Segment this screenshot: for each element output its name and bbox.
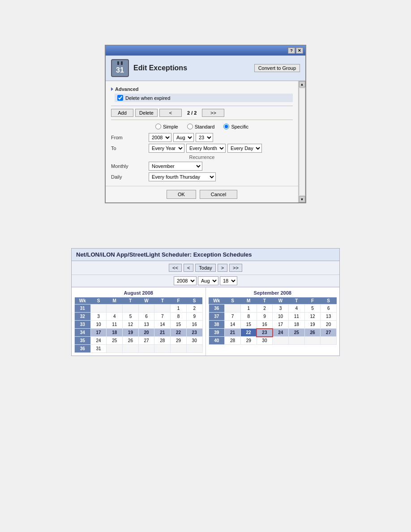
list-item[interactable]: 6 xyxy=(321,305,337,313)
list-item[interactable]: 26 xyxy=(304,329,321,337)
list-item[interactable]: 17 xyxy=(90,329,107,337)
scrollbar[interactable]: ▲ ▼ xyxy=(298,81,305,202)
list-item[interactable]: 23 xyxy=(186,329,202,337)
list-item[interactable]: 25 xyxy=(107,337,123,345)
list-item[interactable]: 6 xyxy=(138,313,154,321)
scroll-down-button[interactable]: ▼ xyxy=(299,196,305,202)
list-item[interactable]: 28 xyxy=(154,337,171,345)
scroll-track[interactable] xyxy=(299,88,305,196)
prev-button[interactable]: < xyxy=(159,109,182,117)
list-item[interactable]: 13 xyxy=(138,321,154,329)
list-item[interactable]: 17 xyxy=(273,321,289,329)
to-day-select[interactable]: Every Day xyxy=(227,144,262,153)
daily-select[interactable]: Every fourth Thursday xyxy=(149,172,216,181)
list-item[interactable]: 24 xyxy=(273,329,289,337)
cal-prev-button[interactable]: < xyxy=(184,264,193,272)
list-item[interactable]: 15 xyxy=(240,321,257,329)
list-item[interactable]: 20 xyxy=(321,321,337,329)
list-item[interactable]: 21 xyxy=(225,329,241,337)
convert-to-group-button[interactable]: Convert to Group xyxy=(254,64,300,72)
monthly-row: Monthly November xyxy=(111,162,293,171)
list-item[interactable]: 15 xyxy=(171,321,187,329)
list-item[interactable]: 19 xyxy=(123,329,139,337)
list-item[interactable]: 11 xyxy=(288,313,304,321)
list-item[interactable]: 1 xyxy=(240,305,257,313)
list-item[interactable]: 18 xyxy=(107,329,123,337)
list-item[interactable]: 5 xyxy=(304,305,321,313)
list-item[interactable]: 13 xyxy=(321,313,337,321)
list-item[interactable]: 3 xyxy=(90,313,107,321)
list-item[interactable]: 26 xyxy=(123,337,139,345)
cal-day-select[interactable]: 18 xyxy=(220,276,237,285)
list-item[interactable]: 29 xyxy=(171,337,187,345)
list-item[interactable]: 21 xyxy=(154,329,171,337)
list-item[interactable]: 23 xyxy=(257,329,273,337)
list-item xyxy=(225,305,241,313)
list-item[interactable]: 8 xyxy=(171,313,187,321)
list-item[interactable]: 28 xyxy=(225,337,241,345)
list-item[interactable]: 7 xyxy=(225,313,241,321)
list-item[interactable]: 18 xyxy=(288,321,304,329)
list-item[interactable]: 16 xyxy=(186,321,202,329)
from-day-select[interactable]: 23 xyxy=(196,133,213,142)
delete-expired-label: Delete when expired xyxy=(125,95,170,101)
list-item[interactable]: 31 xyxy=(90,345,107,353)
list-item[interactable]: 22 xyxy=(171,329,187,337)
close-button[interactable]: ✕ xyxy=(296,47,303,54)
simple-radio[interactable] xyxy=(155,124,161,129)
monthly-select[interactable]: November xyxy=(149,162,202,171)
delete-button[interactable]: Delete xyxy=(135,109,158,117)
delete-expired-checkbox[interactable] xyxy=(117,95,123,101)
from-month-select[interactable]: Aug xyxy=(173,133,194,142)
list-item[interactable]: 20 xyxy=(138,329,154,337)
list-item[interactable]: 3 xyxy=(273,305,289,313)
help-button[interactable]: ? xyxy=(288,47,295,54)
list-item[interactable]: 24 xyxy=(90,337,107,345)
list-item[interactable]: 2 xyxy=(257,305,273,313)
list-item[interactable]: 2 xyxy=(186,305,202,313)
cancel-button[interactable]: Cancel xyxy=(200,190,237,199)
cal-next-next-button[interactable]: >> xyxy=(229,264,242,272)
cal-month-select[interactable]: Aug xyxy=(198,276,218,285)
list-item[interactable]: 1 xyxy=(171,305,187,313)
cal-year-select[interactable]: 2008 xyxy=(174,276,197,285)
cal-today-button[interactable]: Today xyxy=(195,264,215,272)
list-item[interactable]: 27 xyxy=(138,337,154,345)
list-item[interactable]: 12 xyxy=(123,321,139,329)
specific-radio[interactable] xyxy=(223,124,229,129)
list-item[interactable]: 30 xyxy=(186,337,202,345)
list-item[interactable]: 7 xyxy=(154,313,171,321)
cal-next-button[interactable]: > xyxy=(218,264,227,272)
list-item[interactable]: 27 xyxy=(321,329,337,337)
list-item[interactable]: 11 xyxy=(107,321,123,329)
to-year-select[interactable]: Every Year xyxy=(149,144,184,153)
list-item[interactable]: 9 xyxy=(257,313,273,321)
list-item[interactable]: 4 xyxy=(288,305,304,313)
from-year-select[interactable]: 2008 xyxy=(149,133,171,142)
list-item[interactable]: 4 xyxy=(107,313,123,321)
list-item[interactable]: 19 xyxy=(304,321,321,329)
list-item[interactable]: 9 xyxy=(186,313,202,321)
list-item[interactable]: 25 xyxy=(288,329,304,337)
list-item[interactable]: 14 xyxy=(154,321,171,329)
list-item[interactable]: 5 xyxy=(123,313,139,321)
list-item[interactable]: 29 xyxy=(240,337,257,345)
list-item[interactable]: 14 xyxy=(225,321,241,329)
list-item[interactable]: 12 xyxy=(304,313,321,321)
sep-header-t1: T xyxy=(257,297,273,305)
list-item[interactable]: 16 xyxy=(257,321,273,329)
next-button[interactable]: >> xyxy=(202,109,224,117)
scroll-up-button[interactable]: ▲ xyxy=(299,81,305,87)
list-item[interactable]: 10 xyxy=(90,321,107,329)
add-button[interactable]: Add xyxy=(111,109,133,117)
list-item[interactable]: 22 xyxy=(240,329,257,337)
list-item[interactable]: 10 xyxy=(273,313,289,321)
standard-radio[interactable] xyxy=(187,124,193,129)
list-item xyxy=(154,305,171,313)
ok-button[interactable]: OK xyxy=(167,190,196,199)
cal-prev-prev-button[interactable]: << xyxy=(169,264,182,272)
list-item[interactable]: 30 xyxy=(257,337,273,345)
dialog-body: ▲ ▼ Advanced Delete when expired Add xyxy=(106,81,305,202)
to-month-select[interactable]: Every Month xyxy=(186,144,226,153)
list-item[interactable]: 8 xyxy=(240,313,257,321)
